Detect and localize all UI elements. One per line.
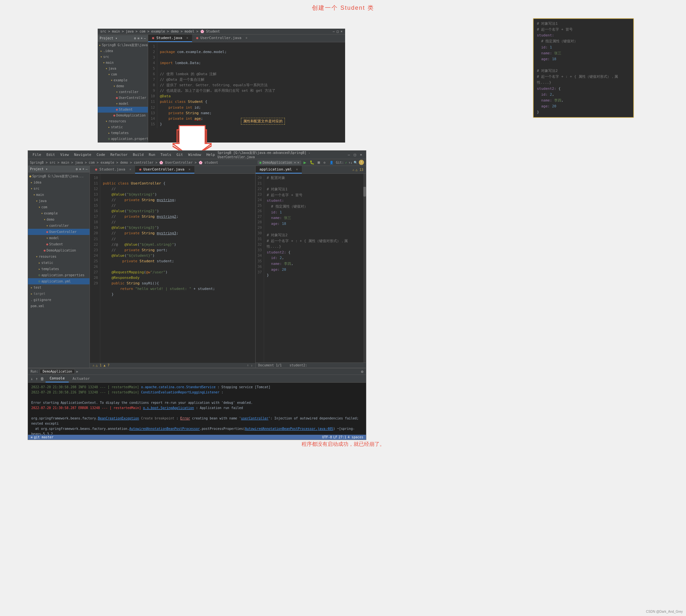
menu-navigate[interactable]: Navigate — [72, 152, 94, 158]
left-tree-src[interactable]: ▾ src — [28, 185, 89, 192]
profile-icon[interactable]: 👤 — [328, 161, 335, 164]
tab-usercontroller-main[interactable]: ● UserController.java × — [135, 166, 194, 173]
run-button[interactable]: ▶ — [303, 160, 306, 165]
more-btn[interactable]: ⊙ — [322, 161, 327, 164]
left-tree-align[interactable]: ≡ — [79, 167, 81, 171]
left-tree-test[interactable]: ▸ test — [28, 284, 89, 291]
stop-button[interactable]: ■ — [318, 160, 320, 164]
tree-gear-icon[interactable]: ≡ — [137, 37, 140, 40]
yaml-scrollbar[interactable] — [363, 174, 366, 362]
window-close[interactable]: × — [358, 153, 364, 157]
left-tree-appprops2[interactable]: ⚙ application.properties — [28, 272, 89, 278]
left-tree-demo[interactable]: ▾ demo — [28, 216, 89, 223]
tree-minus-icon[interactable]: — — [144, 37, 146, 40]
menu-code[interactable]: Code — [94, 152, 108, 158]
tree-com[interactable]: ▾ com — [98, 72, 148, 78]
tree-model[interactable]: ▾ model — [98, 101, 148, 107]
git-arrows[interactable]: ↑↓ — [348, 161, 352, 164]
close-usercontroller-tab[interactable]: × — [245, 36, 248, 40]
chevron-down-icon[interactable]: ▾ — [297, 161, 299, 164]
left-tree-root[interactable]: ● SpringB G:\Java直营\java... — [28, 173, 89, 179]
close-student-tab[interactable]: × — [186, 36, 188, 40]
console-down-icon[interactable]: ↓ — [29, 375, 34, 382]
menu-window[interactable]: Window — [186, 152, 204, 158]
tree-student-top[interactable]: ● Student — [98, 107, 148, 113]
left-tree-student[interactable]: ● Student — [28, 241, 89, 247]
tab-actuator[interactable]: Actuator — [69, 375, 94, 382]
menu-edit[interactable]: Edit — [44, 152, 58, 158]
menu-run[interactable]: Run — [146, 152, 158, 158]
search-icon[interactable]: 🔍 — [353, 161, 358, 164]
left-tree-model[interactable]: ▾ model — [28, 235, 89, 241]
console-up-icon[interactable]: ↑ — [34, 375, 39, 382]
tab-student-main[interactable]: ● Student.java × — [91, 166, 135, 173]
menu-build[interactable]: Build — [130, 152, 146, 158]
tree-main[interactable]: ▾ main — [98, 60, 148, 66]
left-tree-resources[interactable]: ▾ resources — [28, 254, 89, 260]
left-tree-gitignore[interactable]: .gitignore — [28, 297, 89, 303]
tree-demo[interactable]: ▾ demo — [98, 83, 148, 89]
left-tree-pomxml[interactable]: pom.xml — [28, 303, 89, 309]
run-config-selector[interactable]: ● DemoApplication ▾ ▾ — [258, 160, 301, 164]
tree-demoapplication-top[interactable]: ● DemoApplication — [98, 113, 148, 118]
tree-src[interactable]: ▾ src — [98, 54, 148, 60]
close-usercontroller-main[interactable]: × — [189, 168, 191, 171]
close-window-btn[interactable]: × — [341, 29, 343, 33]
tree-usercontroller-top[interactable]: ● UserController — [98, 95, 148, 101]
tree-static[interactable]: ▸ static — [98, 124, 148, 130]
tree-templates[interactable]: ▸ templates — [98, 130, 148, 136]
yaml-scrollbar-thumb[interactable] — [363, 187, 366, 197]
debug-button[interactable]: 🐛 — [309, 160, 315, 164]
window-maximize[interactable]: □ — [352, 153, 358, 157]
left-tree-com[interactable]: ▾ com — [28, 204, 89, 210]
close-student-main[interactable]: × — [129, 168, 131, 171]
left-tree-minus[interactable]: — — [86, 167, 88, 171]
left-tree-usercontroller[interactable]: ● UserController — [28, 229, 89, 235]
console-clear-icon[interactable]: 🗑 — [39, 375, 46, 382]
console-status-bar: Run: DemoApplication ▶ ⚙ — [28, 368, 366, 375]
menu-refactor[interactable]: Refactor — [108, 152, 130, 158]
close-btn[interactable]: — — [333, 29, 335, 33]
menu-file[interactable]: File — [30, 152, 44, 158]
tab-usercontroller-java-top[interactable]: ● UserController.java × — [192, 35, 251, 42]
close-yaml-tab[interactable]: × — [296, 168, 298, 171]
menu-help[interactable]: Help — [204, 152, 218, 158]
status-git: git master — [34, 435, 53, 439]
menu-git[interactable]: Git — [174, 152, 186, 158]
left-tree-static2[interactable]: ▸ static — [28, 260, 89, 266]
tree-settings-icon[interactable]: ⚙ — [134, 37, 136, 40]
top-editor-tabs: ● Student.java × ● UserController.java × — [148, 35, 345, 42]
window-minimize[interactable]: — — [346, 153, 352, 157]
tree-example[interactable]: ▾ example — [98, 78, 148, 83]
left-tree-templates2[interactable]: ▸ templates — [28, 266, 89, 272]
menu-tools[interactable]: Tools — [158, 152, 174, 158]
tab-student-java-top[interactable]: ● Student.java × — [148, 35, 192, 42]
maximize-btn[interactable]: □ — [337, 29, 339, 33]
tree-appprops[interactable]: ⚙ application.properties — [98, 136, 148, 142]
left-tree-example[interactable]: ▾ example — [28, 210, 89, 216]
left-tree-settings[interactable]: ⚙ — [76, 167, 78, 171]
menu-view[interactable]: View — [58, 152, 72, 158]
editor-warning-bar: ⚠ △ 1 ▲ 7 ↑ ↓ — [90, 363, 255, 368]
left-tree-idea[interactable]: ▸ idea — [28, 179, 89, 185]
project-title-bar: SpringB [G:\Java直营\java-ee-advanced\Spri… — [217, 151, 346, 159]
tree-idea[interactable]: ▸ .idea — [98, 48, 148, 54]
console-settings-icon[interactable]: ⚙ — [361, 369, 363, 374]
tab-console[interactable]: Console — [46, 375, 68, 382]
left-tree-controller[interactable]: ▾ controller — [28, 223, 89, 229]
left-tree-target[interactable]: ▸ target — [28, 291, 89, 297]
tree-controller[interactable]: ▾ controller — [98, 89, 148, 95]
tab-application-yml[interactable]: application.yml × — [256, 166, 302, 173]
tree-root[interactable]: ▸ SpringB G:\Java直营\java... — [98, 42, 148, 48]
left-tree-demoapplication[interactable]: ● DemoApplication — [28, 247, 89, 254]
left-tree-appyml[interactable]: ⚙ application.yml — [28, 278, 89, 284]
left-file-panel: Project ▾ ⚙ ≡ + — ● SpringB G:\Java直营\ja… — [28, 166, 90, 368]
left-tree-java[interactable]: ▾ java — [28, 198, 89, 204]
notification-icon[interactable]: ! — [359, 160, 364, 165]
left-tree-main[interactable]: ▾ main — [28, 192, 89, 198]
tree-resources[interactable]: ▾ resources — [98, 118, 148, 124]
tree-java[interactable]: ▾ java — [98, 66, 148, 72]
bottom-note: 程序都没有启动成功，就已经崩了。 — [0, 441, 686, 448]
left-tree-plus[interactable]: + — [82, 167, 84, 171]
tree-plus-icon[interactable]: + — [141, 37, 143, 40]
